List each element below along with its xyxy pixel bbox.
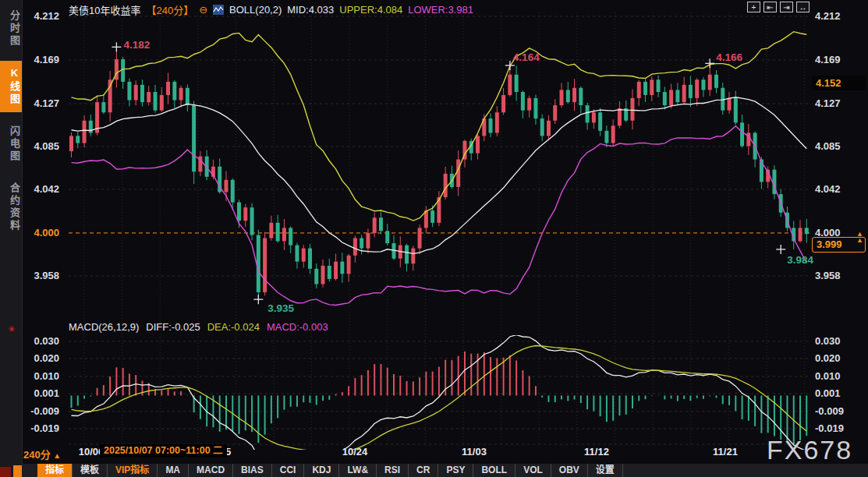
price-axis-label-right: 4.127	[815, 97, 841, 109]
pan-icon[interactable]: +	[747, 2, 760, 12]
macd-macd-value: MACD:-0.003	[267, 321, 328, 333]
macd-axis-label-right: 0.020	[815, 352, 841, 364]
zoom-out-icon[interactable]: ⊖	[199, 4, 207, 16]
marked-price-box: 4.152	[812, 76, 866, 90]
toolbar-item-rsi[interactable]: RSI	[377, 464, 409, 477]
x-axis-date-label: 11/12	[584, 446, 609, 458]
toolbar-item-template[interactable]: 模板	[73, 464, 108, 477]
chart-tools: + ⇤ ⇥ ↔	[747, 2, 810, 12]
toolbar-item-settings[interactable]: 设置	[588, 464, 623, 477]
boll-label: BOLL(20,2)	[229, 4, 282, 16]
boll-indicator-icon[interactable]	[213, 5, 224, 15]
macd-label: MACD(26,12,9)	[69, 321, 139, 333]
toolbar-item-psy[interactable]: PSY	[438, 464, 473, 477]
axis-right-icon[interactable]: ⇥	[780, 2, 793, 12]
macd-axis-label-right: 0.010	[815, 370, 841, 382]
price-axis-label-right: 4.169	[815, 54, 841, 65]
price-axis-label-left: 4.085	[22, 140, 59, 152]
boll-upper-value: UPPER:4.084	[339, 4, 402, 16]
macd-axis-label-right: 0.001	[815, 387, 841, 399]
price-extreme-annotation: 4.182	[123, 39, 150, 51]
price-axis-label-right: 4.212	[815, 10, 841, 22]
macd-axis-label-right: -0.009	[815, 405, 844, 417]
macd-dea-value: DEA:-0.024	[207, 321, 260, 333]
price-axis-label-left: 3.958	[22, 270, 59, 281]
macd-diff-value: DIFF:-0.025	[146, 321, 200, 333]
boll-mid-value: MID:4.033	[287, 4, 334, 16]
macd-axis-label-left: 0.030	[22, 335, 59, 347]
macd-axis-label-left: -0.019	[22, 422, 59, 434]
boll-lower-value: LOWER:3.981	[408, 4, 473, 16]
instrument-title: 美债10年收益率	[69, 2, 140, 17]
macd-axis-label-left: -0.009	[22, 405, 59, 417]
chart-canvas[interactable]: 4.1823.9354.1644.1663.984	[0, 0, 868, 477]
indicator-toolbar: 指标 模板 VIP指标 MA MACD BIAS CCI KDJ LW& RSI…	[22, 464, 868, 477]
chart-header: 美债10年收益率 【240分】 ⊖ BOLL(20,2) MID:4.033 U…	[69, 2, 473, 16]
toolbar-item-kdj[interactable]: KDJ	[304, 464, 339, 477]
price-axis-label-left: 4.127	[22, 97, 59, 109]
macd-axis-label-right: -0.019	[815, 422, 844, 434]
price-axis-label-right: 3.958	[815, 270, 841, 281]
watermark: FX678	[767, 435, 852, 465]
price-axis-label-right: 4.000	[815, 227, 841, 238]
period-dropdown-icon[interactable]: ▲	[53, 451, 61, 460]
price-axis-label-left: 4.212	[22, 10, 59, 22]
price-extreme-annotation: 3.935	[267, 302, 294, 314]
price-extreme-annotation: 4.164	[513, 51, 540, 63]
toolbar-item-cci[interactable]: CCI	[272, 464, 305, 477]
x-axis-date-label: 10/24	[342, 446, 368, 458]
price-axis-label-right: 4.085	[815, 140, 841, 152]
macd-header: MACD(26,12,9) DIFF:-0.025 DEA:-0.024 MAC…	[69, 321, 328, 333]
macd-axis-label-left: 0.001	[22, 387, 59, 399]
toolbar-item-bias[interactable]: BIAS	[233, 464, 272, 477]
toolbar-item-macd[interactable]: MACD	[189, 464, 233, 477]
bar-datetime-tooltip: 2025/10/07 07:00~11:00 二	[100, 444, 227, 458]
toolbar-item-lw[interactable]: LW&	[339, 464, 377, 477]
price-axis-label-left: 4.000	[22, 227, 59, 238]
trading-app-window: 4.1823.9354.1644.1663.984 分时图 K线图 闪电图 合约…	[0, 0, 868, 477]
price-axis-label-left: 4.042	[22, 183, 59, 195]
toolbar-item-indicator[interactable]: 指标	[37, 464, 73, 477]
axis-left-icon[interactable]: ⇤	[763, 2, 777, 12]
price-extreme-annotation: 3.984	[787, 254, 813, 266]
toolbar-item-obv[interactable]: OBV	[551, 464, 588, 477]
price-axis-label-right: 4.042	[815, 183, 841, 195]
toolbar-item-boll[interactable]: BOLL	[473, 464, 515, 477]
footer-period-label[interactable]: 240分 ▲	[23, 447, 61, 461]
toolbar-item-ma[interactable]: MA	[158, 464, 189, 477]
macd-axis-label-left: 0.020	[22, 352, 59, 364]
price-up-arrow-icon: ▲▲	[856, 231, 863, 243]
period-label: 【240分】	[146, 2, 193, 17]
price-axis-label-left: 4.169	[22, 54, 59, 65]
price-extreme-annotation: 4.166	[716, 51, 742, 63]
x-axis-date-label: 11/21	[713, 446, 738, 458]
macd-axis-label-right: 0.030	[815, 335, 841, 347]
macd-axis-label-left: 0.010	[22, 370, 59, 382]
toolbar-item-vip-indicator[interactable]: VIP指标	[108, 464, 158, 477]
x-axis-date-label: 11/03	[462, 446, 487, 458]
axis-fit-icon[interactable]: ↔	[796, 2, 810, 12]
toolbar-item-vol[interactable]: VOL	[515, 464, 551, 477]
toolbar-item-cr[interactable]: CR	[409, 464, 438, 477]
